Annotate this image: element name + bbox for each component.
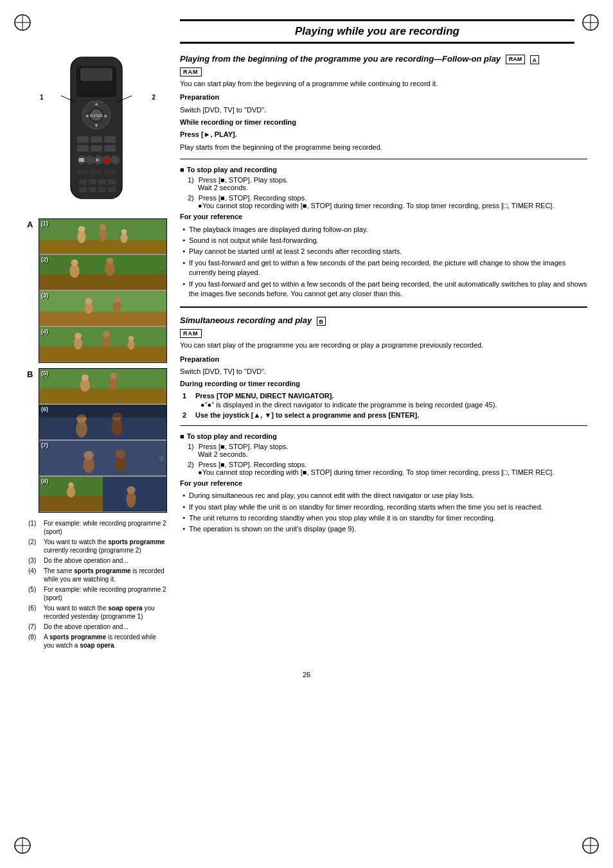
photo-frame-1: (1) <box>39 219 166 254</box>
step1-text: Press [TOP MENU, DIRECT NAVIGATOR]. <box>195 392 333 400</box>
svg-rect-90 <box>39 405 166 418</box>
preparation-text-b: Switch [DVD, TV] to "DVD". <box>180 367 587 376</box>
section-b-step2: 2 Use the joystick [▲, ▼] to select a pr… <box>182 411 587 419</box>
caption-item-7: (7) Do the above operation and... <box>28 623 167 631</box>
svg-rect-42 <box>98 179 106 184</box>
svg-rect-23 <box>77 136 89 143</box>
svg-rect-14 <box>80 68 112 81</box>
section-a: Playing from the beginning of the progra… <box>180 54 587 299</box>
ref-b-item-1: During simultaneous rec and play, you ca… <box>182 491 587 500</box>
svg-rect-59 <box>39 274 166 290</box>
photo-frame-7: (7) ▽ <box>39 440 166 476</box>
svg-rect-46 <box>98 187 106 192</box>
svg-text:◄: ◄ <box>84 113 89 119</box>
svg-rect-39 <box>104 170 116 175</box>
panel-a: (1) <box>39 218 167 363</box>
corner-decoration-tr <box>578 10 603 35</box>
svg-rect-45 <box>89 187 96 192</box>
svg-rect-27 <box>91 145 102 152</box>
svg-point-52 <box>77 231 85 244</box>
during-label: During recording or timer recording <box>180 380 300 387</box>
svg-text:►: ► <box>103 113 109 119</box>
svg-point-56 <box>100 224 107 231</box>
ref-b-item-4: The operation is shown on the unit's dis… <box>182 524 587 534</box>
photo-label-6: (6) <box>41 406 48 412</box>
photo-frame-3: (3) <box>39 290 166 326</box>
svg-point-103 <box>127 486 135 494</box>
svg-point-54 <box>121 233 128 244</box>
panel-b: (5) <box>39 368 167 513</box>
caption-item-4: (4) The same sports programme is recorde… <box>28 567 167 583</box>
svg-point-33 <box>111 155 120 164</box>
reference-list-b: During simultaneous rec and play, you ca… <box>182 491 587 535</box>
svg-rect-28 <box>104 145 116 152</box>
svg-point-60 <box>69 264 79 278</box>
svg-point-82 <box>82 375 89 381</box>
svg-text:▲: ▲ <box>94 101 99 107</box>
section-a-label: A <box>530 55 539 64</box>
svg-rect-35 <box>79 158 84 162</box>
caption-item-1: (1) For example: while recording program… <box>28 519 167 536</box>
section-b-label: B <box>317 317 326 326</box>
caption-item-6: (6) You want to watch the soap opera you… <box>28 604 167 621</box>
stop-step-b-1: 1) Press [■, STOP]. Play stops. Wait 2 s… <box>188 443 587 458</box>
remote-control-image: ▲ ▼ ◄ ► ENTER <box>51 54 141 208</box>
corner-decoration-bl <box>10 833 35 858</box>
svg-text:▼: ▼ <box>94 123 99 128</box>
section-divider-ab <box>180 306 587 308</box>
stop-steps-a: 1) Press [■, STOP]. Play stops. Wait 2 s… <box>188 176 587 209</box>
photo-label-4: (4) <box>41 328 48 335</box>
svg-rect-71 <box>39 346 166 362</box>
svg-point-69 <box>114 296 121 303</box>
ref-a-item-3: Play cannot be started until at least 2 … <box>182 247 587 256</box>
caption-item-3: (3) Do the above operation and... <box>28 556 167 565</box>
corner-decoration-br <box>578 833 603 858</box>
ref-a-item-2: Sound is not output while fast-forwardin… <box>182 236 587 245</box>
section-b-heading: Simultaneous recording and play B <box>180 315 587 326</box>
caption-item-5: (5) For example: while recording program… <box>28 585 167 602</box>
section-a-heading: Playing from the beginning of the progra… <box>180 54 587 65</box>
svg-rect-64 <box>39 291 166 312</box>
page-number: 26 <box>26 671 587 678</box>
svg-point-61 <box>105 262 114 276</box>
photo-frame-5: (5) <box>39 369 166 404</box>
ref-b-item-2: If you start play while the unit is on s… <box>182 502 587 512</box>
section-b-intro: You can start play of the programme you … <box>180 341 587 350</box>
ref-a-item-1: The playback images are displayed during… <box>182 225 587 235</box>
photo-frame-2: (2) ▽ <box>39 254 166 290</box>
photo-label-2: (2) <box>41 256 48 263</box>
svg-point-53 <box>98 229 107 242</box>
section-a-badge: RAM <box>506 55 526 65</box>
chevron-indicator-7: ▽ <box>159 456 164 462</box>
photo-label-3: (3) <box>41 292 48 299</box>
panel-b-label: B <box>27 369 33 379</box>
stop-step-a-2: 2) Press [■, STOP]. Recording stops. ●Yo… <box>188 194 587 209</box>
reference-label-a: For your reference <box>180 213 242 220</box>
ref-a-item-5: If you fast-forward and get to within a … <box>182 279 587 299</box>
svg-rect-41 <box>89 179 96 184</box>
svg-point-77 <box>129 336 134 341</box>
section-b-step1: 1 Press [TOP MENU, DIRECT NAVIGATOR]. ●"… <box>182 392 587 409</box>
remote-label-2: 2 <box>152 94 155 101</box>
svg-point-30 <box>85 155 94 164</box>
section-a-intro: You can start play from the beginning of… <box>180 79 587 89</box>
page-title: Playing while you are recording <box>295 25 459 37</box>
svg-point-83 <box>110 373 117 379</box>
divider-2 <box>180 425 587 426</box>
svg-text:ENTER: ENTER <box>90 114 103 118</box>
svg-point-94 <box>84 451 93 460</box>
svg-rect-98 <box>39 495 103 511</box>
svg-rect-38 <box>91 170 102 175</box>
svg-point-74 <box>128 340 135 350</box>
press-instruction: Press [►, PLAY]. <box>180 130 587 139</box>
reference-label-b: For your reference <box>180 479 242 487</box>
section-b-steps: 1 Press [TOP MENU, DIRECT NAVIGATOR]. ●"… <box>182 392 587 419</box>
panel-b-container: B <box>39 368 167 513</box>
svg-point-101 <box>68 483 74 488</box>
caption-item-8: (8) A sports programme is recorded while… <box>28 633 167 650</box>
svg-rect-44 <box>79 187 87 192</box>
svg-rect-25 <box>104 136 116 143</box>
svg-point-36 <box>104 157 109 163</box>
stop-steps-b: 1) Press [■, STOP]. Play stops. Wait 2 s… <box>188 443 587 476</box>
while-recording-label: While recording or timer recording <box>180 118 296 126</box>
